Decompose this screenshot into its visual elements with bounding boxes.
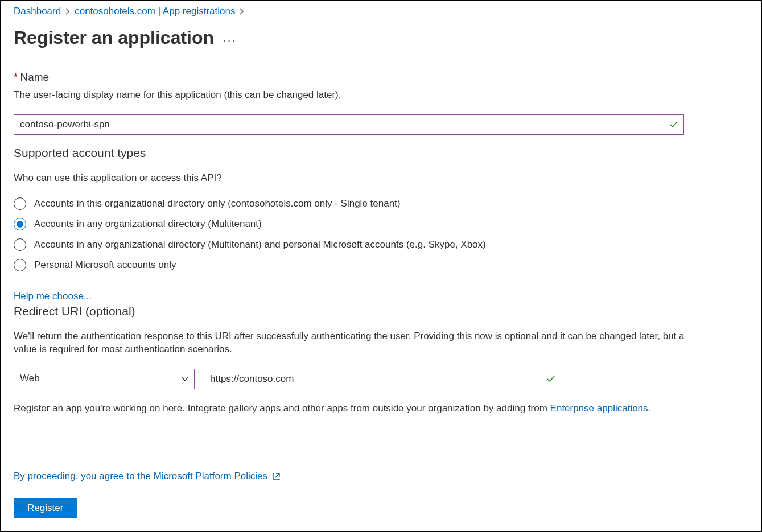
breadcrumb-app-registrations[interactable]: contosohotels.com | App registrations <box>75 6 235 17</box>
radio-icon <box>14 259 26 271</box>
chevron-right-icon <box>240 8 244 15</box>
account-types-radio-group: Accounts in this organizational director… <box>14 197 748 271</box>
required-asterisk: * <box>14 71 18 83</box>
breadcrumb-dashboard[interactable]: Dashboard <box>14 6 61 17</box>
redirect-uri-title: Redirect URI (optional) <box>14 304 748 318</box>
redirect-uri-help: We'll return the authentication response… <box>14 329 697 357</box>
radio-personal-only[interactable]: Personal Microsoft accounts only <box>14 259 748 271</box>
name-input[interactable] <box>14 114 684 135</box>
radio-label: Accounts in any organizational directory… <box>34 239 486 250</box>
more-icon[interactable]: ··· <box>223 34 236 47</box>
name-help-text: The user-facing display name for this ap… <box>14 88 748 102</box>
radio-multitenant-personal[interactable]: Accounts in any organizational directory… <box>14 238 748 251</box>
platform-policies-link[interactable]: By proceeding, you agree to the Microsof… <box>14 471 281 482</box>
radio-label: Accounts in this organizational director… <box>34 198 401 209</box>
page-title: Register an application <box>14 27 214 48</box>
help-me-choose-link[interactable]: Help me choose... <box>14 291 748 302</box>
name-label: *Name <box>14 71 748 84</box>
radio-label: Personal Microsoft accounts only <box>34 259 176 271</box>
account-types-subtitle: Who can use this application or access t… <box>14 171 748 185</box>
radio-single-tenant[interactable]: Accounts in this organizational director… <box>14 197 748 210</box>
platform-select[interactable]: Web <box>14 369 195 389</box>
radio-multitenant[interactable]: Accounts in any organizational directory… <box>14 218 748 230</box>
integrate-help-text: Register an app you're working on here. … <box>14 402 748 415</box>
radio-icon <box>14 218 26 230</box>
enterprise-applications-link[interactable]: Enterprise applications <box>550 403 648 414</box>
breadcrumb: Dashboard contosohotels.com | App regist… <box>14 6 748 17</box>
radio-icon <box>14 238 26 251</box>
redirect-uri-input[interactable] <box>204 369 561 389</box>
external-link-icon <box>272 472 281 481</box>
register-button[interactable]: Register <box>14 498 77 518</box>
radio-label: Accounts in any organizational directory… <box>34 218 262 230</box>
chevron-right-icon <box>65 8 70 15</box>
footer: By proceeding, you agree to the Microsof… <box>1 459 761 531</box>
radio-icon <box>14 197 26 210</box>
account-types-title: Supported account types <box>14 146 748 160</box>
